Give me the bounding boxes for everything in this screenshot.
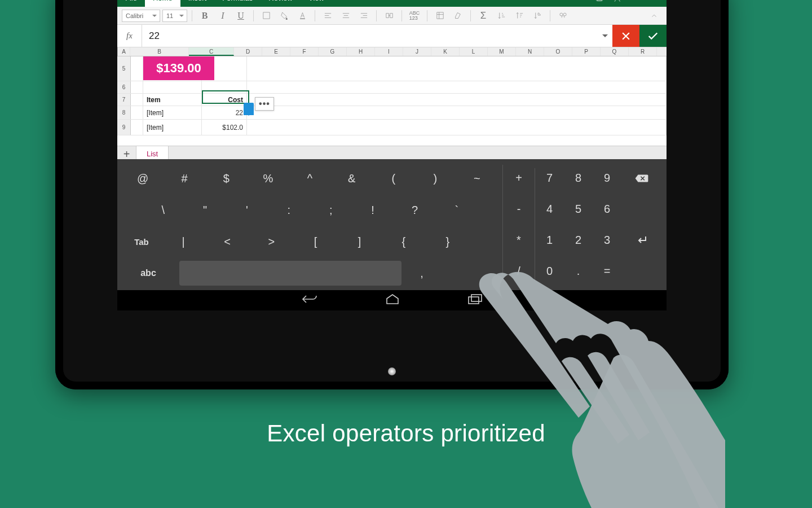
bold-button[interactable]: B [197,9,213,23]
font-select[interactable]: Calibri [122,10,160,22]
col-header[interactable]: N [516,47,544,56]
tab-formulas[interactable]: Formulas [214,0,261,7]
context-menu-button[interactable]: ••• [255,97,274,111]
sort-desc-button[interactable] [511,9,527,23]
key-semicolon[interactable]: ; [310,194,352,226]
align-center-button[interactable] [338,9,354,23]
number-format-button[interactable]: ABC123 [407,9,422,23]
key-1[interactable]: 1 [535,225,564,256]
sort-asc-button[interactable] [493,9,509,23]
key-0[interactable]: 0 [535,256,564,287]
key-dollar[interactable]: $ [205,163,247,194]
key-divide[interactable]: / [503,256,535,287]
key-lbracket[interactable]: [ [293,226,337,257]
selection-handle[interactable] [244,103,254,115]
col-header[interactable]: Q [601,47,629,56]
row-header[interactable]: 8 [117,106,131,119]
col-header[interactable]: F [290,47,319,56]
col-header[interactable]: A [118,47,130,56]
col-header[interactable]: C [189,47,234,56]
key-lparen[interactable]: ( [373,163,414,194]
autosum-button[interactable]: Σ [475,9,491,23]
nav-back-icon[interactable] [301,294,317,307]
formula-input[interactable]: 22 [142,25,598,47]
undo-icon[interactable] [628,0,647,7]
key-6[interactable]: 6 [593,194,621,225]
filter-button[interactable] [529,9,545,23]
col-header[interactable]: P [572,47,601,56]
font-color-button[interactable] [294,9,310,23]
key-tilde[interactable]: ~ [456,163,498,194]
clear-button[interactable] [450,9,466,23]
formula-cancel-button[interactable] [612,25,639,47]
font-size-select[interactable]: 11 [162,10,187,22]
col-header[interactable]: K [431,47,460,56]
key-percent[interactable]: % [247,163,289,194]
col-header[interactable]: E [262,47,290,56]
cell-item[interactable]: [Item] [143,120,202,135]
key-plus[interactable]: + [503,163,535,194]
key-dquote[interactable]: " [184,194,226,226]
key-squote[interactable]: ' [226,194,268,226]
key-rbracket[interactable]: ] [338,226,382,257]
tab-home[interactable]: Home [145,0,180,7]
tab-file[interactable]: File [117,0,145,7]
share-icon[interactable] [609,0,628,7]
key-3[interactable]: 3 [593,225,621,256]
nav-home-icon[interactable] [385,294,400,307]
col-header[interactable]: B [130,47,189,56]
col-header[interactable]: D [234,47,262,56]
key-caret[interactable]: ^ [289,163,330,194]
italic-button[interactable]: I [215,9,231,23]
key-lbrace[interactable]: { [382,226,426,257]
key-pipe[interactable]: | [161,226,205,257]
cell-styles-button[interactable] [432,9,448,23]
save-icon[interactable] [590,0,609,7]
col-header[interactable]: I [375,47,403,56]
cell-cost[interactable]: $102.0 [202,120,247,135]
key-minus[interactable]: - [503,194,535,225]
key-colon[interactable]: : [268,194,310,226]
formula-accept-button[interactable] [639,25,667,47]
row-header[interactable]: 7 [117,94,131,106]
col-header[interactable]: R [629,47,657,56]
redo-icon[interactable] [647,0,667,7]
key-excl[interactable]: ! [352,194,394,226]
key-hash[interactable]: # [164,163,205,194]
key-dot[interactable]: . [564,256,593,287]
key-backtick[interactable]: ` [436,194,478,226]
key-rparen[interactable]: ) [414,163,456,194]
key-4[interactable]: 4 [535,194,564,225]
row-header[interactable]: 6 [117,81,131,93]
key-tab[interactable]: Tab [122,226,161,257]
key-space[interactable] [179,261,401,286]
key-abc-toggle[interactable]: abc [122,257,175,289]
key-enter[interactable] [621,225,662,256]
align-left-button[interactable] [320,9,336,23]
key-5[interactable]: 5 [564,194,593,225]
col-header[interactable]: L [460,47,488,56]
fill-color-button[interactable] [276,9,292,23]
col-header[interactable]: G [319,47,347,56]
key-backslash[interactable]: \ [142,194,184,226]
key-backspace[interactable] [621,163,662,194]
key-gt[interactable]: > [249,226,293,257]
collapse-ribbon-button[interactable] [646,9,662,23]
spreadsheet-grid[interactable]: A B C D E F G H I J K L M N O P Q R S [117,47,667,146]
col-header[interactable]: J [403,47,431,56]
tab-review[interactable]: Review [261,0,301,7]
key-amp[interactable]: & [331,163,373,194]
col-header[interactable]: H [347,47,375,56]
key-lt[interactable]: < [205,226,249,257]
cell-item[interactable]: [Item] [143,106,202,119]
border-button[interactable] [258,9,274,23]
key-question[interactable]: ? [394,194,435,226]
underline-button[interactable]: U [233,9,249,23]
key-9[interactable]: 9 [593,163,621,194]
key-rbrace[interactable]: } [426,226,470,257]
row-header[interactable]: 5 [117,56,131,81]
key-2[interactable]: 2 [564,225,593,256]
col-header[interactable]: M [488,47,516,56]
key-8[interactable]: 8 [564,163,593,194]
find-button[interactable] [555,9,571,23]
